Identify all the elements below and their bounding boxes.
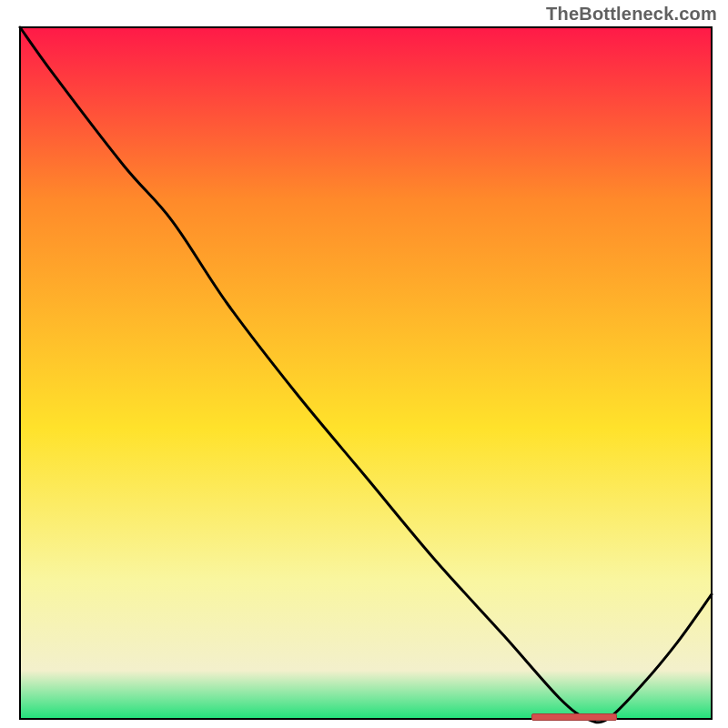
bottleneck-marker <box>531 713 616 721</box>
plot-svg <box>0 0 728 728</box>
plot-background <box>20 27 712 719</box>
chart-stage: TheBottleneck.com <box>0 0 728 728</box>
